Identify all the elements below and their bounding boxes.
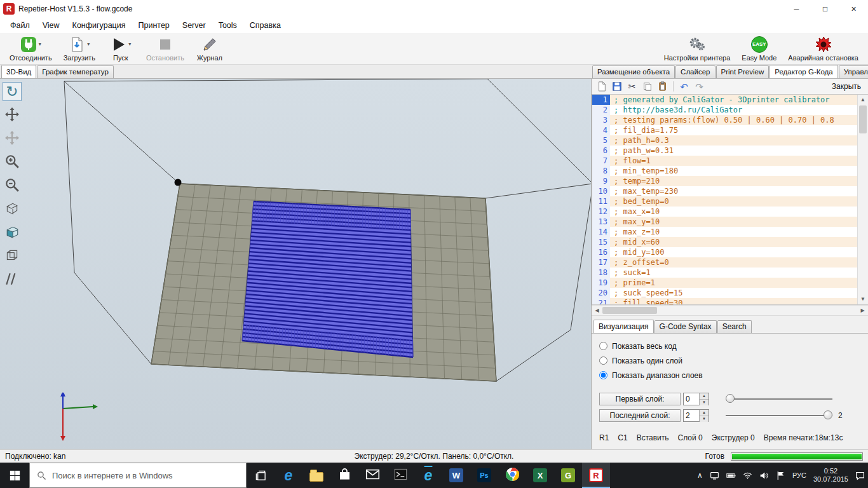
flag-tray-button[interactable]: [776, 471, 785, 480]
emergency-stop-button[interactable]: Аварийная остановка: [782, 33, 864, 64]
volume-tray-button[interactable]: [759, 471, 769, 480]
connect-plug-button[interactable]: ▾ Отсоединить: [4, 33, 58, 64]
code-line-1[interactable]: ; generated by CaliGator - 3Dprinter cal…: [610, 95, 857, 105]
code-line-13[interactable]: ; max_y=10: [610, 217, 857, 227]
minimize-button[interactable]: –: [782, 0, 811, 18]
easy-mode-button[interactable]: EASY Easy Mode: [736, 33, 782, 64]
language-indicator[interactable]: РУС: [792, 471, 806, 479]
scroll-right-icon[interactable]: ▶: [857, 306, 868, 315]
redo-button[interactable]: ↷: [693, 80, 706, 93]
start-print-button[interactable]: ▾ Пуск: [101, 33, 140, 64]
log-pencil-button[interactable]: Журнал: [190, 33, 229, 64]
last-layer-spin-arrows[interactable]: ▲▼: [699, 410, 709, 421]
taskbar-word[interactable]: W: [442, 463, 470, 488]
slider-thumb[interactable]: [726, 394, 735, 403]
tablet-tray-button[interactable]: [710, 471, 719, 480]
taskbar-search[interactable]: Поиск в интернете и в Windows: [29, 463, 247, 488]
cut-button[interactable]: ✂: [625, 80, 639, 93]
taskbar-photoshop[interactable]: Ps: [470, 463, 498, 488]
copy-button[interactable]: [641, 80, 654, 93]
taskbar-store[interactable]: [330, 463, 358, 488]
first-layer-spinner[interactable]: 0 ▲▼: [683, 393, 709, 405]
paste-button[interactable]: [656, 80, 669, 93]
slider-thumb[interactable]: [824, 410, 832, 419]
battery-tray-button[interactable]: [726, 471, 736, 480]
taskbar-console[interactable]: [386, 463, 414, 488]
load-file-button[interactable]: ▾ Загрузить: [58, 33, 101, 64]
menu-item-4[interactable]: Server: [176, 18, 212, 32]
code-line-7[interactable]: ; flow=1: [610, 156, 857, 166]
code-line-14[interactable]: ; max_z=10: [610, 227, 857, 237]
scroll-left-icon[interactable]: ◀: [592, 306, 602, 315]
stop-print-button[interactable]: Остановить: [140, 33, 190, 64]
taskbar-excel[interactable]: X: [526, 463, 554, 488]
code-line-5[interactable]: ; path_h=0.3: [610, 135, 857, 146]
parallel-projection-button[interactable]: [3, 270, 22, 289]
first-layer-button[interactable]: Первый слой:: [599, 393, 681, 405]
zoom-out-button[interactable]: [3, 176, 22, 195]
code-line-20[interactable]: ; suck_speed=15: [610, 288, 857, 298]
menu-item-5[interactable]: Tools: [212, 18, 243, 32]
viz-radio-2[interactable]: Показать диапазон слоев: [599, 368, 863, 383]
code-line-18[interactable]: ; suck=1: [610, 268, 857, 278]
taskbar-gimp[interactable]: G: [554, 463, 582, 488]
front-view-button[interactable]: [3, 223, 22, 242]
zoom-in-button[interactable]: [3, 152, 22, 172]
code-line-21[interactable]: ; fill_speed=30: [610, 298, 857, 304]
last-layer-button[interactable]: Последний слой:: [599, 409, 681, 422]
view-tab-1[interactable]: График температур: [37, 65, 114, 78]
viz-radio-input-1[interactable]: [599, 356, 607, 365]
vscroll-thumb[interactable]: [859, 105, 867, 133]
caret-down-icon[interactable]: ▾: [87, 41, 90, 47]
code-line-3[interactable]: ; testing params:(flow) 0.50 | 0.60 | 0.…: [610, 115, 857, 125]
editor-close-button[interactable]: Закрыть: [832, 82, 865, 91]
move-printhead-button[interactable]: [3, 129, 22, 148]
menu-item-0[interactable]: Файл: [4, 18, 36, 32]
scroll-up-icon[interactable]: ▲: [858, 95, 868, 105]
viz-tab-0[interactable]: Визуализация: [593, 320, 654, 334]
panel-tab-4[interactable]: Управлен: [839, 65, 868, 78]
taskbar-mail[interactable]: [358, 463, 386, 488]
last-layer-spinner[interactable]: 2 ▲▼: [683, 409, 709, 422]
code-line-9[interactable]: ; temp=210: [610, 176, 857, 186]
scroll-down-icon[interactable]: ▼: [858, 294, 868, 304]
horizontal-scrollbar[interactable]: ◀ ▶: [592, 305, 868, 316]
3d-viewport[interactable]: ↻: [0, 79, 591, 449]
caret-down-icon[interactable]: ▾: [128, 41, 131, 47]
menu-item-3[interactable]: Принтер: [132, 18, 176, 32]
caret-down-icon[interactable]: ▾: [39, 41, 41, 47]
first-layer-value[interactable]: 0: [684, 393, 699, 405]
chevron-up-tray-button[interactable]: ∧: [697, 471, 703, 480]
code-line-4[interactable]: ; fil_dia=1.75: [610, 125, 857, 135]
spin-down-icon[interactable]: ▼: [700, 416, 709, 422]
spin-up-icon[interactable]: ▲: [700, 393, 709, 400]
taskbar-repetier[interactable]: R: [582, 463, 610, 488]
code-line-19[interactable]: ; prime=1: [610, 278, 857, 288]
view-tab-0[interactable]: 3D-Вид: [1, 65, 36, 79]
first-layer-slider[interactable]: [726, 393, 832, 405]
hscroll-thumb[interactable]: [602, 307, 657, 314]
taskbar-file-explorer[interactable]: [302, 463, 330, 488]
menu-item-2[interactable]: Конфигурация: [66, 18, 132, 32]
last-layer-value[interactable]: 2: [684, 410, 699, 421]
panel-tab-3[interactable]: Редактор G-Кода: [770, 65, 837, 79]
save-file-button[interactable]: [610, 80, 623, 93]
task-view-button[interactable]: [247, 463, 275, 488]
code-line-11[interactable]: ; bed_temp=0: [610, 196, 857, 207]
taskbar-edge[interactable]: e: [275, 463, 302, 488]
taskbar-clock[interactable]: 0:5230.07.2015: [813, 467, 848, 484]
new-file-button[interactable]: [595, 80, 608, 93]
viz-radio-1[interactable]: Показать один слой: [599, 353, 863, 368]
start-button[interactable]: [0, 463, 29, 488]
menu-item-6[interactable]: Справка: [243, 18, 287, 32]
viz-radio-0[interactable]: Показать весь код: [599, 339, 863, 353]
menu-item-1[interactable]: View: [36, 18, 66, 32]
vertical-scrollbar[interactable]: ▲ ▼: [857, 95, 868, 304]
panel-tab-0[interactable]: Размещение объекта: [592, 65, 675, 78]
move-object-button[interactable]: [3, 105, 22, 125]
undo-button[interactable]: ↶: [677, 80, 691, 93]
code-line-12[interactable]: ; max_x=10: [610, 207, 857, 217]
viz-radio-input-0[interactable]: [599, 342, 607, 350]
taskbar-chrome[interactable]: [498, 463, 526, 488]
code-lines[interactable]: ; generated by CaliGator - 3Dprinter cal…: [610, 95, 857, 304]
